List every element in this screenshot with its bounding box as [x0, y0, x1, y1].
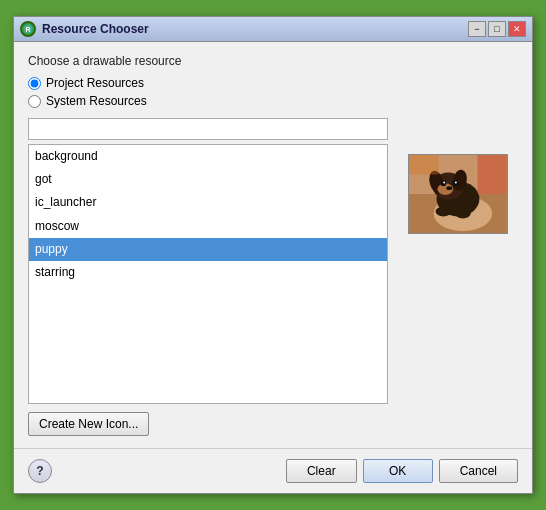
- list-item[interactable]: got: [29, 168, 387, 191]
- project-resources-radio[interactable]: [28, 77, 41, 90]
- project-resources-label[interactable]: Project Resources: [46, 76, 144, 90]
- section-title: Choose a drawable resource: [28, 54, 518, 68]
- list-item[interactable]: moscow: [29, 215, 387, 238]
- bottom-bar: ? Clear OK Cancel: [14, 448, 532, 493]
- radio-system-resources[interactable]: System Resources: [28, 94, 518, 108]
- preview-panel: [398, 144, 518, 436]
- resource-list[interactable]: backgroundgotic_launchermoscowpuppystarr…: [28, 144, 388, 404]
- window-title: Resource Chooser: [42, 22, 468, 36]
- resource-chooser-window: R Resource Chooser − □ ✕ Choose a drawab…: [13, 16, 533, 494]
- svg-rect-18: [409, 155, 438, 175]
- action-buttons: Clear OK Cancel: [286, 459, 518, 483]
- list-panel: backgroundgotic_launchermoscowpuppystarr…: [28, 144, 388, 436]
- dialog-content: Choose a drawable resource Project Resou…: [14, 42, 532, 448]
- minimize-button[interactable]: −: [468, 21, 486, 37]
- ok-button[interactable]: OK: [363, 459, 433, 483]
- list-item[interactable]: ic_launcher: [29, 191, 387, 214]
- restore-button[interactable]: □: [488, 21, 506, 37]
- svg-point-13: [455, 182, 457, 184]
- svg-point-12: [443, 182, 445, 184]
- window-controls: − □ ✕: [468, 21, 526, 37]
- radio-group: Project Resources System Resources: [28, 76, 518, 108]
- close-button[interactable]: ✕: [508, 21, 526, 37]
- list-item[interactable]: starring: [29, 261, 387, 284]
- svg-point-14: [446, 186, 452, 190]
- svg-point-10: [440, 180, 446, 186]
- svg-point-15: [436, 207, 452, 217]
- preview-image: [408, 154, 508, 234]
- cancel-button[interactable]: Cancel: [439, 459, 518, 483]
- puppy-preview-svg: [409, 155, 507, 233]
- search-input[interactable]: [28, 118, 388, 140]
- svg-point-16: [455, 209, 471, 219]
- main-area: backgroundgotic_launchermoscowpuppystarr…: [28, 144, 518, 436]
- create-new-icon-button[interactable]: Create New Icon...: [28, 412, 149, 436]
- svg-rect-17: [478, 155, 507, 194]
- svg-text:R: R: [25, 26, 30, 33]
- title-bar: R Resource Chooser − □ ✕: [14, 17, 532, 42]
- system-resources-radio[interactable]: [28, 95, 41, 108]
- svg-point-11: [452, 180, 458, 186]
- window-icon: R: [20, 21, 36, 37]
- clear-button[interactable]: Clear: [286, 459, 357, 483]
- list-item[interactable]: background: [29, 145, 387, 168]
- radio-project-resources[interactable]: Project Resources: [28, 76, 518, 90]
- help-button[interactable]: ?: [28, 459, 52, 483]
- list-item[interactable]: puppy: [29, 238, 387, 261]
- system-resources-label[interactable]: System Resources: [46, 94, 147, 108]
